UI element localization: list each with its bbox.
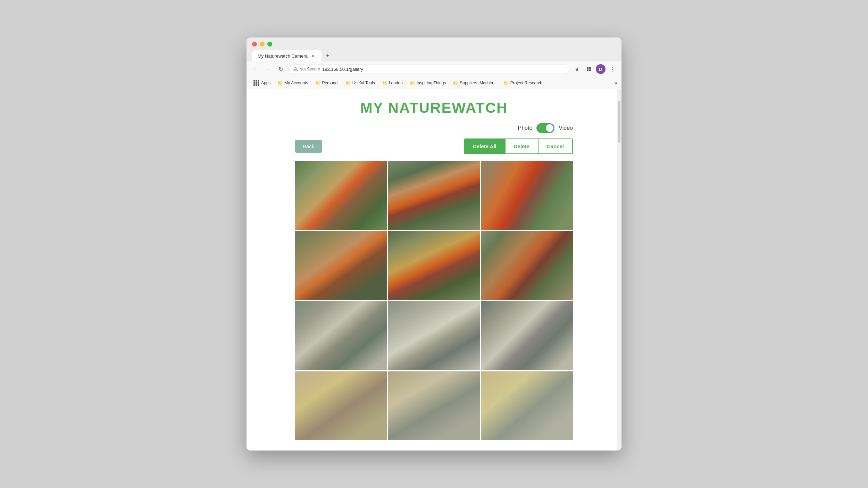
bookmark-useful-tools[interactable]: 📁 Useful Tools — [343, 79, 378, 87]
new-tab-button[interactable]: + — [322, 50, 333, 61]
gallery-image[interactable] — [388, 371, 480, 440]
folder-icon: 📁 — [410, 81, 415, 86]
photo-video-toggle[interactable] — [536, 123, 554, 133]
active-tab[interactable]: My Naturewatch Camera ✕ — [252, 50, 322, 61]
toggle-knob — [546, 124, 553, 132]
traffic-lights — [252, 42, 616, 47]
page-content: MY NATUREWATCH Photo Video Back Delete A… — [247, 89, 621, 451]
gallery-image[interactable] — [295, 161, 387, 230]
title-bar: My Naturewatch Camera ✕ + — [247, 37, 621, 61]
folder-icon: 📁 — [345, 81, 351, 86]
maximize-button[interactable] — [267, 42, 272, 47]
tab-title: My Naturewatch Camera — [258, 53, 308, 59]
gallery-image[interactable] — [481, 371, 573, 440]
folder-icon: 📁 — [277, 81, 283, 86]
svg-rect-4 — [589, 69, 591, 71]
not-secure-label: Not Secure — [299, 67, 320, 71]
gallery-image[interactable] — [388, 161, 480, 230]
bookmark-star-icon[interactable]: ★ — [572, 64, 582, 74]
toggle-row: Photo Video — [295, 123, 573, 133]
bookmark-label: My Accounts — [284, 81, 308, 85]
warning-icon: ! — [293, 67, 298, 71]
apps-label: Apps — [261, 81, 270, 85]
not-secure-indicator: ! Not Secure — [293, 67, 320, 71]
back-nav-button[interactable]: ← — [251, 64, 260, 74]
close-button[interactable] — [252, 42, 257, 47]
bookmark-label: Suppliers, Machin... — [460, 81, 496, 85]
menu-icon[interactable]: ⋮ — [608, 64, 617, 74]
video-label: Video — [559, 125, 573, 131]
bookmark-inspiring-things[interactable]: 📁 Inspiring Things — [407, 79, 449, 87]
address-bar-row: ← → ↻ ! Not Secure 192.168.50.1/gallery … — [247, 61, 621, 77]
bookmark-personal[interactable]: 📁 Personal — [312, 79, 341, 87]
reload-button[interactable]: ↻ — [276, 64, 285, 74]
bookmark-project-research[interactable]: 📁 Project Research — [501, 79, 545, 87]
bookmarks-bar: Apps 📁 My Accounts 📁 Personal 📁 Useful T… — [247, 77, 621, 89]
toolbar-icons: ★ D ⋮ — [572, 64, 617, 74]
svg-rect-3 — [587, 69, 589, 71]
folder-icon: 📁 — [453, 81, 458, 86]
gallery-image[interactable] — [295, 231, 387, 300]
bookmark-label: Useful Tools — [352, 81, 375, 85]
bookmark-label: Project Research — [510, 81, 542, 85]
gallery-image[interactable] — [295, 301, 387, 370]
gallery-image[interactable] — [481, 231, 573, 300]
gallery-image[interactable] — [481, 301, 573, 370]
bookmark-label: Personal — [322, 81, 338, 85]
bookmark-suppliers[interactable]: 📁 Suppliers, Machin... — [450, 79, 499, 87]
svg-text:!: ! — [295, 68, 296, 71]
cancel-button[interactable]: Cancel — [538, 139, 572, 153]
image-grid — [295, 161, 573, 440]
folder-icon: 📁 — [382, 81, 387, 86]
extensions-icon[interactable] — [584, 64, 594, 74]
bookmark-my-accounts[interactable]: 📁 My Accounts — [275, 79, 311, 87]
svg-rect-1 — [587, 67, 589, 69]
apps-grid-icon — [253, 80, 259, 86]
gallery-image[interactable] — [388, 301, 480, 370]
bookmark-apps[interactable]: Apps — [251, 79, 273, 87]
avatar[interactable]: D — [596, 64, 606, 74]
forward-nav-button[interactable]: → — [263, 64, 273, 74]
gallery-image[interactable] — [481, 161, 573, 230]
tab-close-button[interactable]: ✕ — [310, 53, 316, 59]
svg-rect-2 — [589, 67, 591, 69]
folder-icon: 📁 — [503, 81, 509, 86]
bookmark-london[interactable]: 📁 London — [379, 79, 406, 87]
folder-icon: 📁 — [315, 81, 320, 86]
url-display: 192.168.50.1/gallery — [322, 67, 363, 72]
delete-all-button[interactable]: Delete All — [465, 139, 505, 153]
bookmark-label: London — [389, 81, 403, 85]
photo-label: Photo — [518, 125, 533, 131]
bookmark-label: Inspiring Things — [417, 81, 446, 85]
action-buttons-group: Delete All Delete Cancel — [464, 138, 573, 154]
more-bookmarks-button[interactable]: » — [614, 80, 617, 86]
back-button[interactable]: Back — [295, 140, 322, 153]
address-field[interactable]: ! Not Secure 192.168.50.1/gallery — [288, 65, 569, 74]
minimize-button[interactable] — [260, 42, 265, 47]
scrollbar[interactable] — [617, 89, 621, 451]
scrollbar-thumb[interactable] — [618, 101, 620, 143]
gallery-image[interactable] — [295, 371, 387, 440]
delete-button[interactable]: Delete — [505, 139, 538, 153]
gallery-image[interactable] — [388, 231, 480, 300]
browser-window: My Naturewatch Camera ✕ + ← → ↻ ! Not Se… — [247, 37, 621, 451]
page-title: MY NATUREWATCH — [295, 100, 573, 116]
actions-row: Back Delete All Delete Cancel — [295, 138, 573, 154]
tabs-row: My Naturewatch Camera ✕ + — [252, 50, 616, 61]
